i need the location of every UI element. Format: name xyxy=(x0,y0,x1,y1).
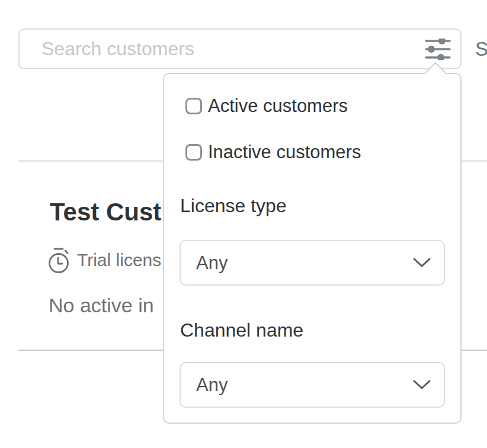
inactive-customers-checkbox-row[interactable]: Inactive customers xyxy=(185,142,361,163)
license-type-select-value: Any xyxy=(196,252,228,274)
customers-page: { "search": { "placeholder": "Search cus… xyxy=(0,0,487,448)
chevron-down-icon xyxy=(413,258,431,268)
active-customers-label: Active customers xyxy=(208,95,348,117)
channel-name-label: Channel name xyxy=(180,319,303,341)
active-customers-checkbox[interactable] xyxy=(185,98,202,114)
search-input[interactable] xyxy=(20,30,460,68)
stopwatch-icon xyxy=(47,247,71,274)
trial-license-row: Trial licens xyxy=(47,247,161,274)
inactive-customers-label: Inactive customers xyxy=(208,142,361,163)
search-bar xyxy=(18,28,462,69)
sliders-icon xyxy=(425,39,451,60)
channel-name-select[interactable]: Any xyxy=(180,362,445,408)
license-type-label: License type xyxy=(180,195,287,217)
customer-name-heading: Test Cust xyxy=(50,198,161,226)
active-customers-checkbox-row[interactable]: Active customers xyxy=(185,95,348,117)
trial-license-label: Trial licens xyxy=(77,250,161,270)
right-edge-partial-label[interactable]: S xyxy=(475,38,487,60)
license-type-select[interactable]: Any xyxy=(180,240,445,286)
chevron-down-icon xyxy=(413,380,431,390)
filter-popover: Active customers Inactive customers Lice… xyxy=(163,73,462,424)
inactive-customers-checkbox[interactable] xyxy=(185,144,202,161)
filter-button[interactable] xyxy=(422,34,453,65)
customer-status-text: No active in xyxy=(49,294,154,317)
channel-name-select-value: Any xyxy=(196,375,228,396)
